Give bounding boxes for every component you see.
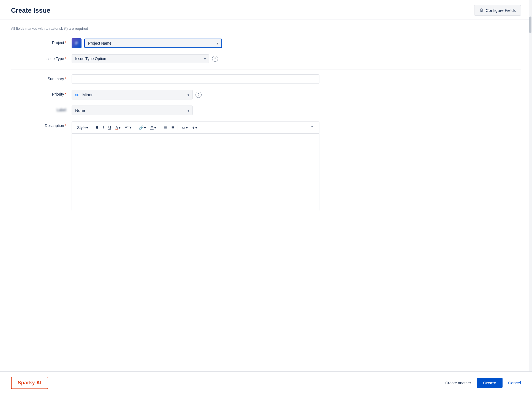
issue-type-row: Issue Type* Issue Type Option ▾ ? bbox=[11, 54, 521, 63]
text-color-chevron-icon: ▾ bbox=[119, 125, 121, 130]
scrollbar-thumb bbox=[529, 17, 531, 33]
priority-label: Priority* bbox=[11, 90, 72, 96]
ordered-list-button[interactable]: ≡ bbox=[170, 124, 176, 131]
issue-type-help-icon[interactable]: ? bbox=[212, 56, 218, 62]
configure-fields-button[interactable]: ⚙ Configure Fields bbox=[474, 5, 521, 16]
cancel-button[interactable]: Cancel bbox=[508, 380, 521, 385]
text-color-button[interactable]: A ▾ bbox=[113, 124, 122, 131]
sparky-ai-box[interactable]: Sparky AI bbox=[11, 377, 48, 389]
page-title: Create Issue bbox=[11, 7, 50, 14]
configure-fields-label: Configure Fields bbox=[486, 8, 516, 13]
project-select-wrapper: Project Name ▾ bbox=[84, 39, 222, 48]
font-size-chevron-icon: ▾ bbox=[129, 125, 131, 129]
link-icon: 🔗 bbox=[139, 125, 143, 130]
link-chevron-icon: ▾ bbox=[144, 125, 146, 130]
priority-control: ≪ Minor Blocker Critical Major Trivial ▾… bbox=[72, 90, 319, 99]
emoji-icon: ☺ bbox=[181, 125, 185, 130]
bullet-list-button[interactable]: ☰ bbox=[162, 124, 169, 131]
priority-row: Priority* ≪ Minor Blocker Critical Major… bbox=[11, 90, 521, 99]
toolbar-divider-3 bbox=[160, 125, 160, 130]
footer-right: Create another Create Cancel bbox=[439, 378, 521, 388]
issue-type-input-row: Issue Type Option ▾ ? bbox=[72, 54, 319, 63]
dialog-header: Create Issue ⚙ Configure Fields bbox=[0, 0, 532, 20]
summary-label: Summary* bbox=[11, 74, 72, 81]
description-label: Description* bbox=[11, 121, 72, 128]
dialog-body: All fields marked with an asterisk (*) a… bbox=[0, 20, 532, 371]
description-control: Style ▾ B I U bbox=[72, 121, 319, 211]
issue-type-select[interactable]: Issue Type Option bbox=[72, 54, 209, 63]
bullet-list-icon: ☰ bbox=[164, 125, 167, 130]
emoji-button[interactable]: ☺ ▾ bbox=[180, 124, 190, 131]
create-issue-dialog: Create Issue ⚙ Configure Fields All fiel… bbox=[0, 0, 532, 394]
issue-type-label: Issue Type* bbox=[11, 54, 72, 61]
create-another-label[interactable]: Create another bbox=[439, 381, 471, 385]
ordered-list-icon: ≡ bbox=[172, 125, 174, 130]
summary-row: Summary* bbox=[11, 74, 521, 84]
priority-select-wrapper: ≪ Minor Blocker Critical Major Trivial ▾ bbox=[72, 90, 193, 99]
project-label: Project* bbox=[11, 38, 72, 45]
emoji-chevron-icon: ▾ bbox=[186, 125, 188, 130]
summary-control bbox=[72, 74, 319, 84]
toolbar-divider-1 bbox=[92, 125, 92, 130]
issue-type-control: Issue Type Option ▾ ? bbox=[72, 54, 319, 63]
none-select[interactable]: None bbox=[72, 106, 193, 115]
project-row: Project* P Project Name ▾ bbox=[11, 38, 521, 48]
create-button[interactable]: Create bbox=[477, 378, 503, 388]
dialog-footer: Sparky AI Create another Create Cancel bbox=[0, 371, 532, 394]
more-chevron-icon: ▾ bbox=[195, 125, 197, 130]
underline-button[interactable]: U bbox=[106, 124, 113, 131]
project-input-wrap: P Project Name ▾ bbox=[72, 38, 319, 48]
project-avatar: P bbox=[72, 38, 82, 48]
toolbar-divider-2 bbox=[135, 125, 135, 130]
table-icon: ⊞ bbox=[150, 125, 154, 130]
font-size-button[interactable]: A□ ▾ bbox=[123, 124, 133, 131]
extra-field-label: Label bbox=[11, 106, 72, 112]
editor-toolbar: Style ▾ B I U bbox=[72, 122, 319, 134]
project-select[interactable]: Project Name bbox=[84, 39, 222, 48]
link-button[interactable]: 🔗 ▾ bbox=[137, 124, 148, 131]
description-row: Description* Style ▾ B bbox=[11, 121, 521, 211]
summary-input[interactable] bbox=[72, 74, 319, 84]
none-select-wrapper: None ▾ bbox=[72, 106, 193, 115]
sparky-ai-label: Sparky AI bbox=[18, 380, 42, 385]
gear-icon: ⚙ bbox=[479, 7, 484, 13]
text-color-icon: A bbox=[115, 125, 118, 130]
description-input[interactable] bbox=[72, 134, 319, 211]
project-control: P Project Name ▾ bbox=[72, 38, 319, 48]
required-note: All fields marked with an asterisk (*) a… bbox=[11, 26, 521, 31]
table-button[interactable]: ⊞ ▾ bbox=[148, 124, 158, 131]
priority-help-icon[interactable]: ? bbox=[196, 92, 202, 98]
italic-button[interactable]: I bbox=[101, 124, 106, 131]
style-chevron-icon: ▾ bbox=[86, 125, 88, 130]
extra-field-row: Label None ▾ bbox=[11, 106, 521, 115]
form-divider bbox=[11, 69, 521, 69]
priority-select[interactable]: Minor Blocker Critical Major Trivial bbox=[72, 90, 193, 99]
issue-type-select-wrapper: Issue Type Option ▾ bbox=[72, 54, 209, 63]
more-icon: + bbox=[192, 125, 194, 130]
create-another-checkbox[interactable] bbox=[439, 381, 443, 385]
extra-field-control: None ▾ bbox=[72, 106, 319, 115]
font-size-icon: A□ bbox=[125, 125, 129, 129]
bold-button[interactable]: B bbox=[94, 124, 100, 131]
table-chevron-icon: ▾ bbox=[154, 125, 156, 130]
expand-toolbar-button[interactable]: ⌃ bbox=[308, 124, 316, 131]
toolbar-divider-4 bbox=[178, 125, 178, 130]
priority-input-row: ≪ Minor Blocker Critical Major Trivial ▾… bbox=[72, 90, 319, 99]
scrollbar-track[interactable] bbox=[529, 0, 532, 394]
style-dropdown-button[interactable]: Style ▾ bbox=[75, 124, 90, 131]
more-button[interactable]: + ▾ bbox=[190, 124, 199, 131]
expand-icon: ⌃ bbox=[310, 125, 314, 130]
description-editor: Style ▾ B I U bbox=[72, 121, 319, 211]
